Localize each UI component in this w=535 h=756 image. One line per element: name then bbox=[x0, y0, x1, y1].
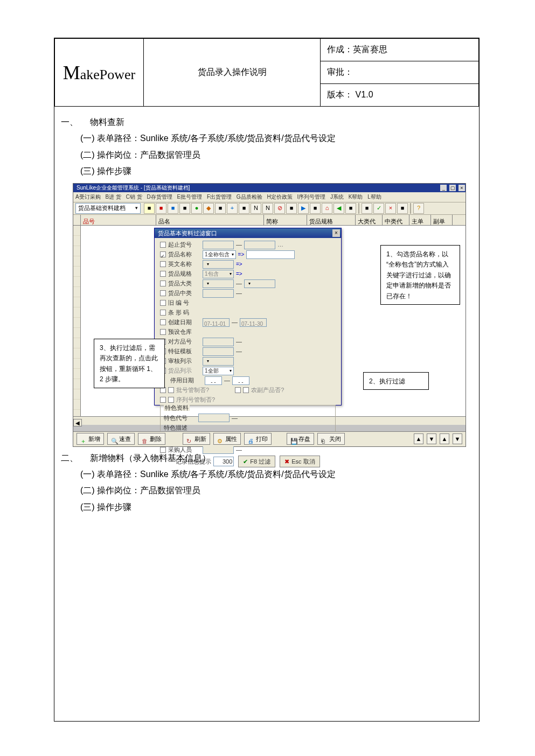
menu-a[interactable]: A受订采购 bbox=[75, 194, 101, 200]
gh-guige[interactable]: 货品规格 bbox=[307, 215, 356, 225]
tb-icon[interactable]: ■ bbox=[239, 203, 249, 214]
tb-icon[interactable]: ■ bbox=[345, 203, 356, 214]
dd-enname[interactable] bbox=[203, 260, 234, 269]
dd-dalei[interactable] bbox=[203, 279, 234, 288]
tb-icon[interactable]: ⊘ bbox=[274, 203, 285, 214]
fld-date-to[interactable]: 07-11-30 bbox=[240, 318, 267, 327]
tb-icon[interactable]: ■ bbox=[156, 203, 166, 214]
btn-find[interactable]: 🔍速查 bbox=[107, 433, 135, 445]
filter-button[interactable]: F8 过滤 bbox=[238, 456, 275, 467]
tb-icon[interactable]: ■ bbox=[286, 203, 297, 214]
btn-delete[interactable]: 🗑删除 bbox=[138, 433, 165, 445]
tb-help-icon[interactable]: ? bbox=[413, 203, 424, 214]
tb-icon[interactable]: + bbox=[227, 203, 238, 214]
menu-c[interactable]: C销 货 bbox=[126, 194, 142, 200]
gh-zhudanwei[interactable]: 主单位 bbox=[409, 215, 431, 225]
maximize-icon[interactable]: ▢ bbox=[449, 185, 456, 191]
tb-icon[interactable]: ▶ bbox=[298, 203, 309, 214]
menu-l[interactable]: L帮助 bbox=[367, 194, 381, 200]
fld-tpl[interactable] bbox=[203, 347, 234, 356]
fld-stopdate2[interactable]: - - bbox=[232, 376, 249, 385]
menu-j[interactable]: J系统 bbox=[330, 194, 344, 200]
fld-purchaser[interactable] bbox=[203, 445, 234, 454]
fld-name[interactable] bbox=[246, 250, 295, 259]
fld-start[interactable] bbox=[203, 241, 234, 249]
chk-sn2[interactable] bbox=[168, 397, 174, 403]
menu-h[interactable]: H定价政策 bbox=[267, 194, 292, 200]
btn-print[interactable]: 🖨打印 bbox=[244, 433, 272, 445]
menu-f[interactable]: F出货管理 bbox=[207, 194, 232, 200]
btn-close[interactable]: ⎗关闭 bbox=[317, 433, 345, 445]
tb-icon[interactable]: ✓ bbox=[373, 203, 384, 214]
tb-icon[interactable]: ■ bbox=[310, 203, 321, 214]
menu-d[interactable]: D存货管理 bbox=[147, 194, 172, 200]
nav-prev-icon[interactable]: ▼ bbox=[427, 433, 436, 444]
fld-zhonglei[interactable] bbox=[203, 289, 234, 298]
gh-zhonglei[interactable]: 中类代号 bbox=[383, 215, 409, 225]
tb-icon[interactable]: ■ bbox=[215, 203, 226, 214]
fld-date-from[interactable]: 07-11-01 bbox=[203, 318, 230, 327]
btn-new[interactable]: ＋新增 bbox=[77, 433, 104, 445]
chk-batch2[interactable] bbox=[168, 387, 174, 393]
chk-batch1[interactable] bbox=[160, 387, 166, 393]
tb-icon[interactable]: ◀ bbox=[333, 203, 344, 214]
tb-icon[interactable]: N bbox=[262, 203, 273, 214]
chk-oldno[interactable] bbox=[160, 300, 166, 306]
chk-dalei[interactable] bbox=[160, 281, 166, 286]
chk-sn1[interactable] bbox=[160, 397, 166, 403]
nav-last-icon[interactable]: ▼ bbox=[453, 433, 462, 444]
minimize-icon[interactable]: _ bbox=[440, 185, 447, 191]
chk-enname[interactable] bbox=[160, 261, 166, 267]
dd-list[interactable]: 1全部 bbox=[203, 367, 234, 375]
tb-icon[interactable]: ■ bbox=[362, 203, 372, 214]
cancel-button[interactable]: Esc 取消 bbox=[280, 456, 319, 467]
fld-otherpn[interactable] bbox=[203, 338, 234, 346]
gh-fudanwei[interactable]: 副单位 bbox=[431, 215, 453, 225]
chk-spec[interactable] bbox=[160, 271, 166, 277]
tb-icon[interactable]: ■ bbox=[179, 203, 190, 214]
gh-jiancheng[interactable]: 简称 bbox=[264, 215, 307, 225]
nav-next-icon[interactable]: ▲ bbox=[440, 433, 449, 444]
chk-startend[interactable] bbox=[160, 242, 166, 248]
chk-createdate[interactable] bbox=[160, 319, 166, 325]
dd-dalei2[interactable] bbox=[244, 279, 275, 288]
chk-zhonglei[interactable] bbox=[160, 290, 166, 296]
gh-pinming[interactable]: 品名 bbox=[156, 215, 264, 225]
menu-i[interactable]: I序列号管理 bbox=[297, 194, 325, 200]
dialog-close-icon[interactable]: × bbox=[332, 229, 340, 237]
gh-pinhao[interactable]: 品号 bbox=[81, 215, 156, 225]
menu-e[interactable]: E批号管理 bbox=[177, 194, 202, 200]
chk-name[interactable] bbox=[160, 251, 166, 257]
toolbar-dropdown[interactable]: 货品基础资料建档 bbox=[75, 203, 141, 214]
btn-refresh[interactable]: ↻刷新 bbox=[183, 433, 210, 445]
chk-wh[interactable] bbox=[160, 329, 166, 335]
fld-sp1[interactable] bbox=[198, 414, 230, 422]
btn-attr[interactable]: ⚙属性 bbox=[213, 433, 241, 445]
btn-save[interactable]: 💾存盘 bbox=[287, 433, 314, 445]
dd-audit[interactable] bbox=[203, 357, 234, 366]
chk-agri1[interactable] bbox=[235, 387, 241, 393]
chk-barcode[interactable] bbox=[160, 310, 166, 316]
tb-icon[interactable]: ■ bbox=[168, 203, 178, 214]
scroll-left-icon[interactable]: ◀ bbox=[73, 419, 82, 426]
tb-icon[interactable]: ● bbox=[191, 203, 202, 214]
tb-icon[interactable]: ⌂ bbox=[322, 203, 332, 214]
tb-icon[interactable]: ■ bbox=[144, 203, 155, 214]
gh-dalei[interactable]: 大类代号 bbox=[356, 215, 383, 225]
tb-icon[interactable]: ◆ bbox=[203, 203, 214, 214]
close-icon[interactable]: × bbox=[458, 185, 465, 191]
tb-icon[interactable]: ■ bbox=[397, 203, 408, 214]
dd-name-mode[interactable]: 1全称包含 bbox=[203, 250, 236, 259]
tb-icon[interactable]: N bbox=[251, 203, 261, 214]
chk-agri2[interactable] bbox=[243, 387, 249, 393]
chk-purchaser[interactable] bbox=[160, 447, 166, 453]
rec-prompt-value[interactable]: 300 bbox=[213, 457, 234, 466]
menu-g[interactable]: G品质检验 bbox=[237, 194, 262, 200]
dd-spec[interactable]: 1包含 bbox=[203, 270, 234, 278]
menu-k[interactable]: K帮助 bbox=[349, 194, 363, 200]
tb-icon[interactable]: × bbox=[385, 203, 396, 214]
fld-stopdate1[interactable]: - - bbox=[205, 376, 222, 385]
nav-first-icon[interactable]: ▲ bbox=[414, 433, 423, 444]
menu-b[interactable]: B进 货 bbox=[105, 194, 121, 200]
fld-end[interactable] bbox=[244, 241, 275, 249]
